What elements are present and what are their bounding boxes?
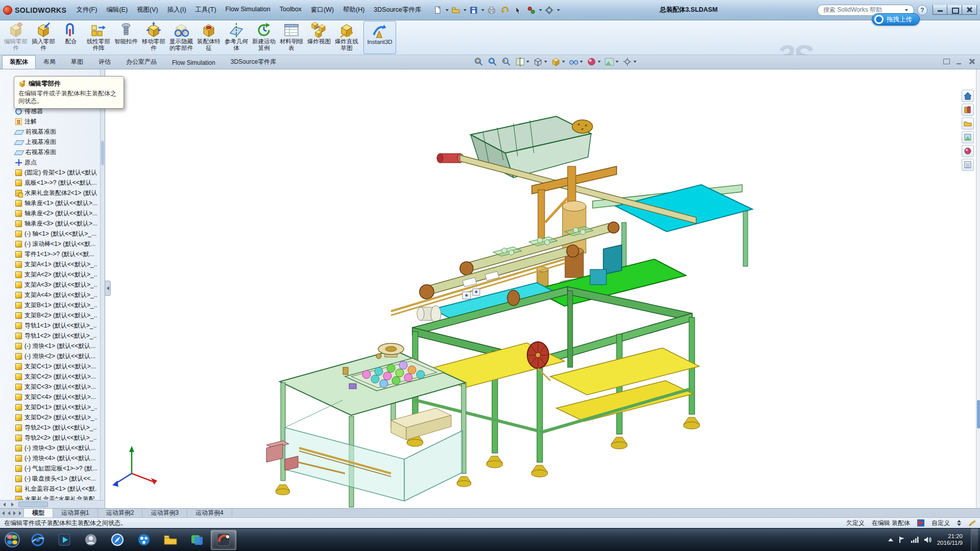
- tree-item[interactable]: 零件1<1>->? (默认<<默...: [0, 249, 97, 259]
- insert-component-button[interactable]: 插入零部件: [30, 21, 57, 54]
- section-view-button[interactable]: [514, 56, 530, 67]
- apply-scene-button[interactable]: [603, 56, 620, 67]
- instant3d-button[interactable]: Instant3D: [363, 21, 396, 54]
- tree-item[interactable]: (固定) 骨架<1> (默认<默认...: [0, 167, 97, 178]
- move-component-button[interactable]: 移动零部件: [140, 21, 167, 54]
- menu-item[interactable]: 插入(I): [163, 4, 191, 16]
- options-button[interactable]: [543, 4, 555, 16]
- save-button[interactable]: [468, 4, 480, 16]
- tray-network-icon[interactable]: [911, 536, 919, 543]
- tree-item[interactable]: (-) 滚动棒<1> (默认<<默...: [0, 239, 97, 249]
- doc-minimize-button[interactable]: [955, 58, 963, 65]
- tree-item[interactable]: (-) 滑块<1> (默认<<默认...: [0, 341, 97, 351]
- tree-item[interactable]: 支架C<1> (默认<<默认>...: [0, 361, 97, 371]
- new-motion-study-button[interactable]: 新建运动算例: [250, 21, 278, 54]
- tree-item[interactable]: 上视基准面: [0, 137, 97, 147]
- hide-show-items-button[interactable]: [568, 56, 584, 67]
- hide-show-caret-icon[interactable]: [580, 61, 583, 63]
- tree-item[interactable]: 礼盒盖容器<1> (默认<<默...: [0, 484, 97, 494]
- graphics-viewport[interactable]: [105, 69, 980, 508]
- tree-item[interactable]: 支架D<1> (默认<<默认>_...: [0, 402, 97, 412]
- tab-model[interactable]: 模型: [24, 509, 53, 517]
- tree-item[interactable]: 导轨1<2> (默认<<默认>_...: [0, 331, 97, 341]
- edit-appearance-button[interactable]: [585, 56, 602, 67]
- tree-item[interactable]: 支架A<1> (默认<<默认>_...: [0, 259, 97, 269]
- tree-item[interactable]: 支架A<2> (默认<<默认>_...: [0, 269, 97, 280]
- taskpane-file-explorer-tab[interactable]: [962, 117, 974, 130]
- taskbar-app-3dsource[interactable]: [131, 530, 157, 550]
- tree-vertical-scrollbar[interactable]: [100, 69, 105, 500]
- taskbar-app-ie[interactable]: [25, 530, 51, 550]
- taskbar-app-explorer[interactable]: [158, 530, 183, 550]
- save-caret-icon[interactable]: [481, 9, 484, 11]
- tab-motion-study-3[interactable]: 运动算例3: [142, 509, 187, 517]
- previous-view-button[interactable]: [500, 56, 512, 67]
- minimize-button[interactable]: [933, 5, 947, 15]
- tree-item[interactable]: 支架B<1> (默认<<默认>_...: [0, 300, 97, 310]
- tree-item[interactable]: 支架A<3> (默认<<默认>_...: [0, 280, 97, 290]
- tray-show-hidden-icon[interactable]: [888, 538, 893, 541]
- help-button[interactable]: ?: [917, 5, 927, 15]
- menu-item[interactable]: 视图(V): [132, 4, 163, 16]
- next-tab-icon[interactable]: [13, 511, 16, 515]
- tray-flag-icon[interactable]: [898, 536, 905, 543]
- linear-pattern-button[interactable]: 线性零部件阵: [85, 21, 112, 54]
- tab-evaluate[interactable]: 评估: [91, 55, 118, 69]
- tray-volume-icon[interactable]: [924, 536, 932, 543]
- maximize-button[interactable]: [947, 5, 962, 15]
- show-desktop-button[interactable]: [971, 529, 978, 551]
- viewport-scroll-thumb[interactable]: [977, 400, 980, 429]
- zoom-area-button[interactable]: [486, 56, 499, 67]
- tab-assembly[interactable]: 装配体: [2, 55, 36, 69]
- smart-fastener-button[interactable]: 智能扣件: [112, 21, 140, 54]
- search-scope-caret-icon[interactable]: [905, 9, 908, 11]
- search-input[interactable]: [823, 7, 902, 14]
- tree-item[interactable]: 右视基准面: [0, 147, 97, 157]
- tree-vscroll-thumb[interactable]: [101, 141, 104, 165]
- last-tab-icon[interactable]: [19, 511, 21, 515]
- tree-item[interactable]: 轴承座<1> (默认<<默认>...: [0, 198, 97, 208]
- tree-item[interactable]: 导轨2<1> (默认<<默认>_...: [0, 422, 97, 433]
- taskbar-app-browser[interactable]: [105, 530, 130, 550]
- tab-layout[interactable]: 布局: [36, 55, 63, 69]
- taskbar-app-messenger[interactable]: [78, 530, 104, 550]
- menu-item[interactable]: 3DSource零件库: [369, 4, 426, 16]
- view-settings-button[interactable]: [621, 56, 638, 67]
- show-hidden-components-button[interactable]: 显示隐藏的零部件: [167, 21, 195, 54]
- new-caret-icon[interactable]: [446, 9, 449, 11]
- menu-item[interactable]: 文件(F): [71, 4, 102, 16]
- select-cursor-button[interactable]: [512, 4, 524, 16]
- tree-item[interactable]: 水果礼盒装配体2<1> (默认...: [0, 188, 97, 198]
- assembly-feature-button[interactable]: 装配体特征: [195, 21, 223, 54]
- tree-item[interactable]: 底板<1>->? (默认<<默认...: [0, 178, 97, 188]
- hscroll-right-button[interactable]: [8, 501, 16, 508]
- display-style-button[interactable]: [550, 56, 566, 67]
- section-view-caret-icon[interactable]: [526, 61, 529, 63]
- tree-item[interactable]: (-) 吸盘接头<1> (默认<<...: [0, 473, 97, 484]
- tree-item[interactable]: 前视基准面: [0, 127, 97, 137]
- start-button[interactable]: [0, 529, 24, 551]
- tree-item[interactable]: 支架D<2> (默认<<默认>_...: [0, 412, 97, 422]
- tab-sketch[interactable]: 草图: [63, 55, 91, 69]
- view-settings-caret-icon[interactable]: [633, 61, 636, 63]
- taskbar-app-solidworks[interactable]: [211, 530, 236, 550]
- customize-arrows[interactable]: [957, 520, 961, 526]
- taskpane-custom-properties-tab[interactable]: [962, 159, 974, 171]
- tree-item[interactable]: 支架C<2> (默认<<默认>...: [0, 371, 97, 382]
- taskpane-design-library-tab[interactable]: [962, 104, 974, 116]
- tree-item[interactable]: 导轨1<1> (默认<<默认>_...: [0, 320, 97, 331]
- clock[interactable]: 21:20 2016/11/9: [937, 533, 966, 546]
- menu-item[interactable]: Toolbox: [275, 4, 306, 16]
- taskbar-app-media[interactable]: [52, 530, 77, 550]
- appearance-caret-icon[interactable]: [598, 61, 601, 63]
- new-document-button[interactable]: [432, 4, 444, 16]
- viewport-scrollbar[interactable]: [976, 69, 980, 508]
- taskpane-resources-tab[interactable]: [962, 90, 974, 102]
- tree-item[interactable]: 支架C<3> (默认<<默认>...: [0, 382, 97, 392]
- print-button[interactable]: [485, 4, 498, 16]
- reference-geometry-button[interactable]: 参考几何体: [223, 21, 250, 54]
- hscroll-thumb[interactable]: [18, 502, 48, 507]
- scene-caret-icon[interactable]: [616, 61, 619, 63]
- tree-item[interactable]: 轴承座<3> (默认<<默认>...: [0, 218, 97, 229]
- edit-component-button[interactable]: 编辑零部件: [2, 21, 30, 54]
